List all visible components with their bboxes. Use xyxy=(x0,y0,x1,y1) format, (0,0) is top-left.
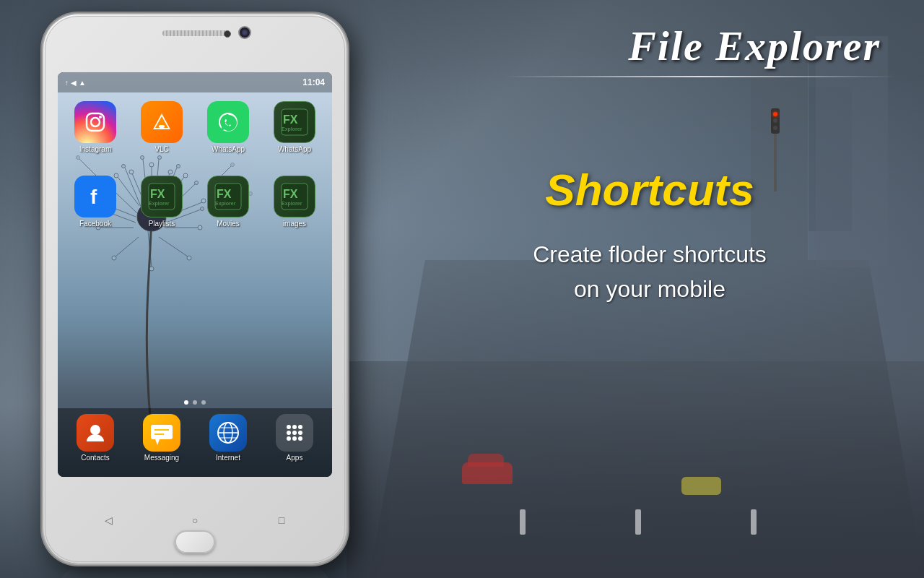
app-images[interactable]: FX Explorer images xyxy=(263,176,326,228)
whatsapp-icon xyxy=(207,101,249,143)
shortcuts-line1: Create floder shortcuts xyxy=(533,241,767,267)
svg-point-79 xyxy=(298,425,302,429)
screen-page-dots xyxy=(58,400,332,405)
svg-point-12 xyxy=(149,267,154,271)
svg-text:Explorer: Explorer xyxy=(215,201,236,207)
svg-marker-69 xyxy=(155,439,160,445)
menu-button[interactable]: □ xyxy=(271,513,292,527)
fx-icon-1: FX Explorer xyxy=(274,101,315,143)
svg-point-32 xyxy=(122,165,126,168)
facebook-label: Facebook xyxy=(79,220,111,228)
contacts-label: Contacts xyxy=(81,454,109,462)
app-playlists[interactable]: FX Explorer Playlists xyxy=(130,176,193,228)
svg-point-46 xyxy=(77,156,80,160)
usb-icon: ↑ xyxy=(65,79,69,87)
wifi-icon: ▲ xyxy=(79,79,86,87)
dock-contacts[interactable]: Contacts xyxy=(64,414,127,471)
phone-speaker xyxy=(162,30,227,36)
phone-screen: ↑ ◀ ▲ 11:04 Instagram xyxy=(58,72,332,477)
svg-point-30 xyxy=(177,165,180,168)
svg-text:Explorer: Explorer xyxy=(282,126,302,132)
svg-text:FX: FX xyxy=(217,188,232,200)
svg-point-42 xyxy=(231,163,235,167)
internet-label: Internet xyxy=(216,454,240,462)
dot-1 xyxy=(184,400,188,405)
svg-point-49 xyxy=(99,116,102,118)
facebook-icon: f xyxy=(74,176,116,217)
svg-rect-52 xyxy=(159,125,165,128)
images-label: images xyxy=(283,220,306,228)
svg-text:FX: FX xyxy=(283,113,298,126)
instagram-icon xyxy=(74,101,116,143)
fx-label-1: WhatsApp xyxy=(278,145,311,153)
phone-mockup: ↑ ◀ ▲ 11:04 Instagram xyxy=(43,14,346,564)
svg-point-80 xyxy=(287,431,291,435)
svg-point-78 xyxy=(292,425,297,429)
back-button[interactable]: ◁ xyxy=(97,513,119,527)
app-instagram[interactable]: Instagram xyxy=(64,101,127,153)
svg-point-2 xyxy=(149,163,154,167)
phone-home-btn-physical[interactable] xyxy=(175,530,215,553)
messaging-icon xyxy=(143,414,180,452)
phone-camera xyxy=(238,26,251,39)
app-facebook[interactable]: f Facebook xyxy=(64,176,127,228)
whatsapp-label: WhatsApp xyxy=(212,145,245,153)
movies-label: Movies xyxy=(217,220,240,228)
svg-point-84 xyxy=(292,436,297,441)
notification-icon: ◀ xyxy=(71,79,77,87)
status-left-icons: ↑ ◀ ▲ xyxy=(65,79,86,87)
status-bar: ↑ ◀ ▲ 11:04 xyxy=(58,72,332,92)
messaging-label: Messaging xyxy=(144,454,179,462)
svg-point-28 xyxy=(141,156,144,160)
shortcuts-description: Create floder shortcuts on your mobile xyxy=(533,237,767,306)
shortcuts-title: Shortcuts xyxy=(545,164,754,215)
app-grid-row2: f Facebook FX Explorer Playlists xyxy=(58,170,332,228)
dot-3 xyxy=(201,400,206,405)
dock-internet[interactable]: Internet xyxy=(196,414,260,471)
app-vlc[interactable]: VLC xyxy=(130,101,193,153)
svg-point-85 xyxy=(298,436,302,441)
phone-dot xyxy=(224,30,231,38)
status-time: 11:04 xyxy=(302,77,325,87)
dock-apps[interactable]: Apps xyxy=(263,414,326,471)
apps-icon xyxy=(276,414,313,452)
apps-label: Apps xyxy=(287,454,303,462)
app-grid-row1: Instagram VLC xyxy=(58,95,332,153)
svg-text:Explorer: Explorer xyxy=(282,201,302,207)
app-fx-1[interactable]: FX Explorer WhatsApp xyxy=(263,101,326,153)
svg-point-67 xyxy=(90,425,100,435)
svg-text:f: f xyxy=(90,186,97,208)
svg-point-83 xyxy=(287,436,291,441)
svg-text:FX: FX xyxy=(283,188,298,200)
svg-rect-68 xyxy=(151,425,173,439)
app-whatsapp[interactable]: WhatsApp xyxy=(196,101,260,153)
home-button[interactable]: ○ xyxy=(184,513,206,527)
phone-nav-buttons: ◁ ○ □ xyxy=(43,513,346,527)
phone-reflection xyxy=(58,564,332,578)
images-icon: FX Explorer xyxy=(274,176,315,217)
svg-point-10 xyxy=(187,256,191,260)
dot-2 xyxy=(193,400,197,405)
svg-line-9 xyxy=(159,237,188,256)
vlc-icon xyxy=(141,101,183,143)
phone-dock: Contacts Messaging xyxy=(58,408,332,477)
svg-point-81 xyxy=(292,431,297,435)
shortcuts-line2: on your mobile xyxy=(574,276,725,302)
app-movies[interactable]: FX Explorer Movies xyxy=(196,176,260,228)
instagram-label: Instagram xyxy=(79,145,111,153)
svg-line-13 xyxy=(116,237,139,256)
dock-messaging[interactable]: Messaging xyxy=(130,414,193,471)
svg-point-26 xyxy=(158,156,162,160)
svg-text:FX: FX xyxy=(150,188,165,200)
app-title: File Explorer xyxy=(628,22,924,70)
vlc-label: VLC xyxy=(154,145,168,153)
internet-icon xyxy=(209,414,247,452)
right-panel: File Explorer Shortcuts Create floder sh… xyxy=(375,0,924,578)
movies-icon: FX Explorer xyxy=(207,176,249,217)
svg-point-82 xyxy=(298,431,302,435)
playlists-label: Playlists xyxy=(149,220,175,228)
svg-point-48 xyxy=(91,118,100,126)
contacts-icon xyxy=(77,414,114,452)
svg-point-77 xyxy=(287,425,291,429)
svg-point-14 xyxy=(112,256,116,260)
